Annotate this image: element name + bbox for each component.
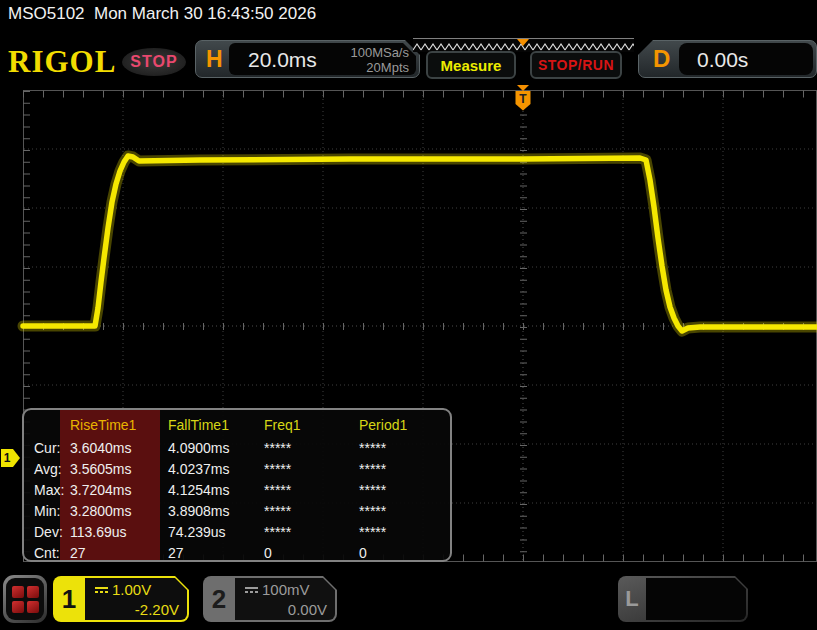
channel-1-number: 1 <box>53 576 85 622</box>
measurement-row-label: Cur: <box>32 438 68 459</box>
menu-grid-inner <box>6 578 44 620</box>
measurement-row-label: Min: <box>32 501 68 522</box>
measurement-value: 3.5605ms <box>68 459 166 480</box>
measurement-value: 3.6040ms <box>68 438 166 459</box>
dc-coupling-icon <box>245 587 258 593</box>
channel-2-scale: 100mV <box>245 581 310 598</box>
measurement-value: 3.2800ms <box>68 501 166 522</box>
measurement-value: ***** <box>357 501 452 522</box>
logic-channel-numbers: 0 1 2 3 4 5 6 7 8 9 10 11 12 13 14 15 <box>646 578 746 620</box>
channel-1-offset: -2.20V <box>135 601 179 618</box>
measurement-row-label: Dev: <box>32 522 68 543</box>
channel-2-offset: 0.00V <box>288 601 327 618</box>
measurement-value: ***** <box>262 438 357 459</box>
channel-1-scale: 1.00V <box>95 581 151 598</box>
measurement-col-header[interactable]: Period1 <box>357 412 452 438</box>
ch1-trace-glow <box>23 156 817 331</box>
trigger-marker-letter: T <box>519 92 527 106</box>
measurement-col-header[interactable]: Freq1 <box>262 412 357 438</box>
logic-channels-status[interactable]: L 0 1 2 3 4 5 6 7 8 9 10 11 12 13 14 15 <box>618 576 748 622</box>
measurement-col-header[interactable]: FallTime1 <box>166 412 262 438</box>
logic-label: L <box>618 576 646 622</box>
measurement-value: ***** <box>357 459 452 480</box>
measurement-value: 4.0237ms <box>166 459 262 480</box>
ch1-marker-number: 1 <box>4 451 11 465</box>
measurement-value: ***** <box>262 501 357 522</box>
measurement-value: 27 <box>68 543 166 562</box>
measurement-value: ***** <box>357 480 452 501</box>
measurement-value: 0 <box>262 543 357 562</box>
measurement-value: ***** <box>262 480 357 501</box>
trigger-position-icon[interactable]: T <box>516 85 531 111</box>
oscilloscope-screen: MSO5102 Mon March 30 16:43:50 2026 RIGOL… <box>0 0 817 630</box>
measurement-value: 4.0900ms <box>166 438 262 459</box>
measurement-corner <box>32 412 68 438</box>
measurement-value: ***** <box>262 459 357 480</box>
channel-2-scale-value: 100mV <box>262 581 310 598</box>
channel-2-number: 2 <box>203 576 235 622</box>
measurement-table: RiseTime1 FallTime1 Freq1 Period1 Cur: 3… <box>22 408 452 562</box>
ch1-trace <box>23 156 817 331</box>
measurement-value: 3.7204ms <box>68 480 166 501</box>
measurement-value: ***** <box>357 522 452 543</box>
measurement-value: ***** <box>357 438 452 459</box>
channel-2-status[interactable]: 2 100mV 0.00V <box>203 576 337 622</box>
measurement-value: 27 <box>166 543 262 562</box>
grid-icon <box>12 586 39 613</box>
measurement-value: 113.69us <box>68 522 166 543</box>
measurement-value: 4.1254ms <box>166 480 262 501</box>
measurement-row-label: Cnt: <box>32 543 68 562</box>
menu-grid-button[interactable] <box>3 575 47 623</box>
measurement-value: 3.8908ms <box>166 501 262 522</box>
measurement-value: 0 <box>357 543 452 562</box>
measurement-row-label: Avg: <box>32 459 68 480</box>
measurement-row-label: Max: <box>32 480 68 501</box>
measurement-value: ***** <box>262 522 357 543</box>
channel-1-scale-value: 1.00V <box>112 581 151 598</box>
dc-coupling-icon <box>95 587 108 593</box>
channel-1-status[interactable]: 1 1.00V -2.20V <box>53 576 189 622</box>
ch1-ground-marker[interactable]: 1 <box>1 449 20 467</box>
measurement-value: 74.239us <box>166 522 262 543</box>
measurement-col-header[interactable]: RiseTime1 <box>68 412 166 438</box>
